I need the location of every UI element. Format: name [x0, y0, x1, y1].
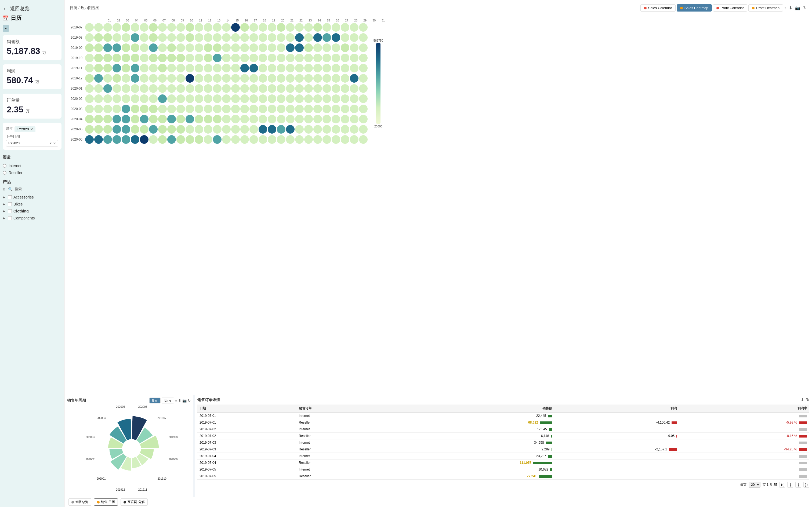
- heatmap-cell-2020-02-06[interactable]: [131, 95, 139, 103]
- heatmap-cell-2020-05-09[interactable]: [158, 125, 167, 133]
- heatmap-cell-2019-12-30[interactable]: [350, 74, 358, 82]
- heatmap-cell-2019-08-22[interactable]: [277, 33, 286, 42]
- heatmap-cell-2019-08-04[interactable]: [112, 33, 121, 42]
- table-row[interactable]: 2019-07-05 Internet 10,632: [197, 466, 809, 473]
- heatmap-cell-2020-04-07[interactable]: [140, 115, 149, 123]
- page-last-btn[interactable]: ⟩⟩: [803, 482, 809, 488]
- heatmap-cell-2019-08-20[interactable]: [259, 33, 267, 42]
- heatmap-cell-2019-09-02[interactable]: [94, 44, 103, 52]
- heatmap-cell-2020-05-22[interactable]: [277, 125, 286, 133]
- heatmap-cell-2020-04-10[interactable]: [167, 115, 176, 123]
- heatmap-cell-2019-07-27[interactable]: [322, 23, 331, 32]
- heatmap-cell-2020-03-08[interactable]: [149, 105, 158, 113]
- heatmap-cell-2020-05-16[interactable]: [222, 125, 231, 133]
- heatmap-cell-2020-02-17[interactable]: [231, 95, 240, 103]
- heatmap-cell-2020-04-20[interactable]: [259, 115, 267, 123]
- heatmap-cell-2020-04-01[interactable]: [85, 115, 94, 123]
- heatmap-cell-2020-05-20[interactable]: [259, 125, 267, 133]
- heatmap-cell-2020-05-04[interactable]: [112, 125, 121, 133]
- tab-sales-calendar[interactable]: Sales Calendar: [641, 4, 675, 11]
- heatmap-cell-2020-01-11[interactable]: [176, 84, 185, 93]
- heatmap-cell-2019-07-02[interactable]: [94, 23, 103, 32]
- heatmap-cell-2019-09-05[interactable]: [122, 44, 130, 52]
- th-sales[interactable]: 销售额: [379, 404, 554, 412]
- heatmap-cell-2020-02-10[interactable]: [167, 95, 176, 103]
- heatmap-cell-2019-08-07[interactable]: [140, 33, 149, 42]
- heatmap-cell-2019-11-17[interactable]: [231, 64, 240, 72]
- heatmap-cell-2019-08-01[interactable]: [85, 33, 94, 42]
- heatmap-cell-2019-12-09[interactable]: [158, 74, 167, 82]
- heatmap-cell-2020-01-18[interactable]: [240, 84, 249, 93]
- tab-profit-heatmap[interactable]: Profit Heatmap: [748, 4, 783, 11]
- heatmap-cell-2020-04-13[interactable]: [195, 115, 203, 123]
- heatmap-cell-2020-01-17[interactable]: [231, 84, 240, 93]
- heatmap-cell-2020-06-18[interactable]: [240, 135, 249, 144]
- heatmap-cell-2020-04-09[interactable]: [158, 115, 167, 123]
- heatmap-cell-2020-02-13[interactable]: [195, 95, 203, 103]
- heatmap-cell-2020-03-01[interactable]: [85, 105, 94, 113]
- heatmap-cell-2020-06-31[interactable]: [359, 135, 368, 144]
- heatmap-cell-2019-11-29[interactable]: [341, 64, 349, 72]
- heatmap-cell-2019-10-16[interactable]: [222, 54, 231, 62]
- heatmap-cell-2020-06-22[interactable]: [277, 135, 286, 144]
- heatmap-cell-2019-09-13[interactable]: [195, 44, 203, 52]
- heatmap-cell-2020-05-25[interactable]: [304, 125, 313, 133]
- heatmap-cell-2019-08-15[interactable]: [213, 33, 221, 42]
- heatmap-cell-2019-10-27[interactable]: [322, 54, 331, 62]
- heatmap-cell-2019-10-29[interactable]: [341, 54, 349, 62]
- bottom-tab-calendar[interactable]: 销售-日历: [94, 498, 118, 506]
- heatmap-cell-2020-06-29[interactable]: [341, 135, 349, 144]
- heatmap-cell-2019-07-19[interactable]: [249, 23, 258, 32]
- heatmap-cell-2020-02-24[interactable]: [295, 95, 304, 103]
- heatmap-cell-2019-09-23[interactable]: [286, 44, 295, 52]
- tab-sales-heatmap[interactable]: Sales Heatmap: [677, 4, 712, 11]
- heatmap-cell-2020-06-07[interactable]: [140, 135, 149, 144]
- heatmap-cell-2019-11-10[interactable]: [167, 64, 176, 72]
- heatmap-cell-2019-09-14[interactable]: [204, 44, 212, 52]
- heatmap-cell-2020-06-09[interactable]: [158, 135, 167, 144]
- heatmap-cell-2019-11-19[interactable]: [249, 64, 258, 72]
- heatmap-cell-2019-09-03[interactable]: [103, 44, 112, 52]
- bottom-tab-sales[interactable]: 销售总览: [68, 498, 91, 506]
- heatmap-cell-2020-05-05[interactable]: [122, 125, 130, 133]
- heatmap-cell-2020-01-10[interactable]: [167, 84, 176, 93]
- heatmap-cell-2020-01-30[interactable]: [350, 84, 358, 93]
- heatmap-cell-2020-01-15[interactable]: [213, 84, 221, 93]
- heatmap-cell-2020-06-21[interactable]: [268, 135, 276, 144]
- heatmap-cell-2020-01-16[interactable]: [222, 84, 231, 93]
- heatmap-cell-2019-08-10[interactable]: [167, 33, 176, 42]
- table-row[interactable]: 2019-07-02 Reseller 6,148 -9.05 -0.15 %: [197, 433, 809, 439]
- heatmap-cell-2019-09-01[interactable]: [85, 44, 94, 52]
- product-accessories[interactable]: ▶ Accessories: [3, 194, 61, 201]
- heatmap-cell-2019-11-21[interactable]: [268, 64, 276, 72]
- heatmap-cell-2020-02-16[interactable]: [222, 95, 231, 103]
- heatmap-cell-2020-02-21[interactable]: [268, 95, 276, 103]
- heatmap-cell-2019-12-06[interactable]: [131, 74, 139, 82]
- heatmap-cell-2019-09-18[interactable]: [240, 44, 249, 52]
- heatmap-cell-2020-01-01[interactable]: [85, 84, 94, 93]
- heatmap-cell-2019-11-18[interactable]: [240, 64, 249, 72]
- product-components[interactable]: ▶ Components: [3, 215, 61, 222]
- heatmap-cell-2020-06-27[interactable]: [322, 135, 331, 144]
- heatmap-cell-2020-01-09[interactable]: [158, 84, 167, 93]
- heatmap-cell-2020-04-22[interactable]: [277, 115, 286, 123]
- fiscal-year-clear[interactable]: ✕: [30, 127, 33, 131]
- heatmap-cell-2020-04-23[interactable]: [286, 115, 295, 123]
- heatmap-cell-2019-11-30[interactable]: [350, 64, 358, 72]
- table-row[interactable]: 2019-07-05 Reseller 77,241: [197, 473, 809, 480]
- heatmap-cell-2019-12-22[interactable]: [277, 74, 286, 82]
- heatmap-cell-2019-07-29[interactable]: [341, 23, 349, 32]
- heatmap-cell-2019-11-11[interactable]: [176, 64, 185, 72]
- heatmap-cell-2019-11-09[interactable]: [158, 64, 167, 72]
- heatmap-cell-2019-12-16[interactable]: [222, 74, 231, 82]
- heatmap-cell-2020-03-30[interactable]: [350, 105, 358, 113]
- heatmap-cell-2020-02-05[interactable]: [122, 95, 130, 103]
- heatmap-cell-2019-10-25[interactable]: [304, 54, 313, 62]
- heatmap-cell-2020-01-22[interactable]: [277, 84, 286, 93]
- heatmap-cell-2019-12-05[interactable]: [122, 74, 130, 82]
- heatmap-cell-2019-09-27[interactable]: [322, 44, 331, 52]
- heatmap-cell-2019-10-11[interactable]: [176, 54, 185, 62]
- heatmap-cell-2019-09-25[interactable]: [304, 44, 313, 52]
- heatmap-cell-2020-02-25[interactable]: [304, 95, 313, 103]
- heatmap-cell-2020-03-21[interactable]: [268, 105, 276, 113]
